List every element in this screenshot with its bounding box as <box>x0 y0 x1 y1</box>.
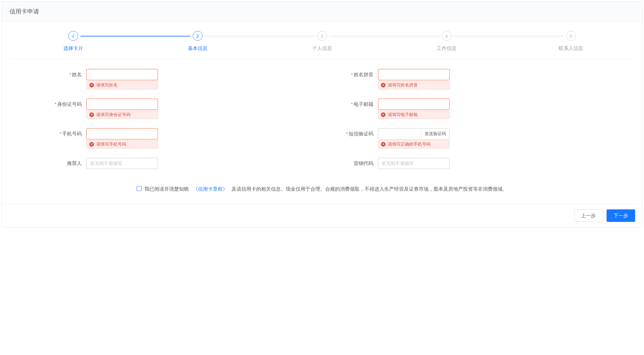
check-icon: √ <box>68 31 78 41</box>
form-row: *姓名 ✕ 请填写姓名 *姓名拼音 ✕ <box>44 69 613 80</box>
market-code-input[interactable] <box>378 158 450 169</box>
label-name-pinyin: *姓名拼音 <box>335 69 378 78</box>
step-label: 基本信息 <box>188 45 208 52</box>
step-number-icon: 3 <box>317 31 327 41</box>
sms-code-input[interactable] <box>378 129 421 139</box>
error-tag: ✕ 请填写姓名 <box>86 81 158 89</box>
next-step-button[interactable]: 下一步 <box>607 209 635 222</box>
label-name: *姓名 <box>44 69 86 78</box>
error-tag: ✕ 请填写手机号码 <box>86 140 158 149</box>
card-header: 信用卡申请 <box>2 2 642 22</box>
agreement-checkbox[interactable] <box>137 186 142 191</box>
card-footer: 上一步 下一步 <box>2 204 642 227</box>
id-number-input[interactable] <box>86 99 158 110</box>
name-pinyin-input[interactable] <box>378 69 450 80</box>
error-text: 请填写姓名拼音 <box>388 82 418 88</box>
step-connector <box>205 36 315 36</box>
error-text: 请填写正确的手机号码 <box>388 141 431 147</box>
step-select-card[interactable]: √ 选择卡片 <box>11 31 135 52</box>
form-item-sms-code: *短信验证码 发送验证码 ✕ 请填写正确的手机号码 <box>335 128 614 139</box>
name-input[interactable] <box>86 69 158 80</box>
step-number-icon: 2 <box>193 31 203 41</box>
step-connector <box>454 36 564 36</box>
error-tag: ✕ 请填写姓名拼音 <box>378 81 450 89</box>
error-tag: ✕ 请填写身份证号码 <box>86 110 158 119</box>
error-tag: ✕ 请填写正确的手机号码 <box>378 140 450 149</box>
label-email: *电子邮箱 <box>335 99 378 107</box>
card-body: √ 选择卡片 2 基本信息 3 个人信息 4 工作信息 5 联系人信息 <box>2 22 642 204</box>
referrer-input[interactable] <box>86 158 158 169</box>
error-icon: ✕ <box>89 83 94 87</box>
step-contact-info[interactable]: 5 联系人信息 <box>509 31 633 52</box>
form-area: *姓名 ✕ 请填写姓名 *姓名拼音 ✕ <box>11 59 633 181</box>
step-connector <box>329 36 439 36</box>
steps-bar: √ 选择卡片 2 基本信息 3 个人信息 4 工作信息 5 联系人信息 <box>11 28 633 59</box>
step-label: 工作信息 <box>437 45 456 52</box>
agreement-link[interactable]: 《信用卡章程》 <box>193 186 228 192</box>
step-label: 联系人信息 <box>559 45 583 52</box>
error-text: 请填写电子邮箱 <box>388 112 418 118</box>
error-icon: ✕ <box>89 142 94 147</box>
error-icon: ✕ <box>89 112 94 117</box>
send-code-button[interactable]: 发送验证码 <box>421 129 449 139</box>
step-label: 个人信息 <box>312 45 332 52</box>
form-item-referrer: 推荐人 <box>44 158 322 169</box>
label-referrer: 推荐人 <box>44 158 86 167</box>
error-tag: ✕ 请填写电子邮箱 <box>378 110 450 119</box>
phone-input[interactable] <box>86 128 158 139</box>
step-work-info[interactable]: 4 工作信息 <box>384 31 509 52</box>
credit-card-apply-card: 信用卡申请 √ 选择卡片 2 基本信息 3 个人信息 4 工作信息 <box>1 1 643 227</box>
agreement-text: 我已阅读并清楚知晓 《信用卡章程》 及该信用卡的相关信息。现金仅用于合理、合规的… <box>144 185 507 193</box>
step-basic-info[interactable]: 2 基本信息 <box>135 31 260 52</box>
prev-step-button[interactable]: 上一步 <box>574 209 603 222</box>
label-sms-code: *短信验证码 <box>335 128 378 137</box>
error-text: 请填写身份证号码 <box>96 112 130 118</box>
form-item-phone: *手机号码 ✕ 请填写手机号码 <box>44 128 322 139</box>
form-item-name: *姓名 ✕ 请填写姓名 <box>44 69 322 80</box>
error-icon: ✕ <box>381 83 386 87</box>
form-row: 推荐人 营销代码 <box>44 158 613 169</box>
page-title: 信用卡申请 <box>10 8 634 15</box>
step-label: 选择卡片 <box>63 45 83 52</box>
step-connector <box>80 36 190 36</box>
step-number-icon: 5 <box>566 31 576 41</box>
form-item-name-pinyin: *姓名拼音 ✕ 请填写姓名拼音 <box>335 69 614 80</box>
error-icon: ✕ <box>381 142 386 147</box>
label-id-number: *身份证号码 <box>44 99 86 107</box>
label-market-code: 营销代码 <box>335 158 378 167</box>
step-personal-info[interactable]: 3 个人信息 <box>260 31 384 52</box>
error-text: 请填写姓名 <box>96 82 118 88</box>
error-text: 请填写手机号码 <box>96 141 126 147</box>
agreement-row: 我已阅读并清楚知晓 《信用卡章程》 及该信用卡的相关信息。现金仅用于合理、合规的… <box>11 181 633 201</box>
form-item-market-code: 营销代码 <box>335 158 614 169</box>
form-row: *手机号码 ✕ 请填写手机号码 *短信验证码 发送验证码 <box>44 128 613 139</box>
email-input[interactable] <box>378 99 450 110</box>
label-phone: *手机号码 <box>44 128 86 137</box>
error-icon: ✕ <box>381 112 386 117</box>
step-number-icon: 4 <box>442 31 452 41</box>
form-item-id-number: *身份证号码 ✕ 请填写身份证号码 <box>44 99 322 110</box>
form-item-email: *电子邮箱 ✕ 请填写电子邮箱 <box>335 99 614 110</box>
sms-input-group: 发送验证码 <box>378 128 450 139</box>
form-row: *身份证号码 ✕ 请填写身份证号码 *电子邮箱 ✕ <box>44 99 613 110</box>
